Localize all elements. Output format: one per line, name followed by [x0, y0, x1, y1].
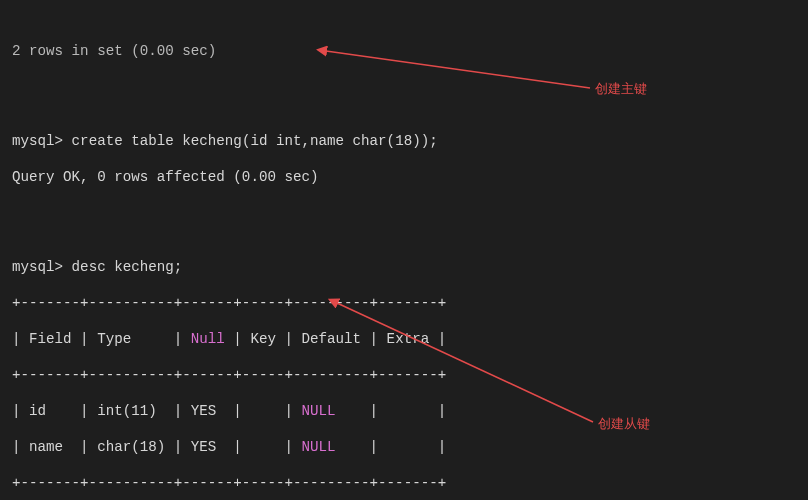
- result-create-kecheng: Query OK, 0 rows affected (0.00 sec): [12, 168, 798, 186]
- cmd-desc-kecheng: mysql> desc kecheng;: [12, 258, 798, 276]
- desc-kecheng-border: +-------+----------+------+-----+-------…: [12, 474, 798, 492]
- desc-kecheng-border: +-------+----------+------+-----+-------…: [12, 366, 798, 384]
- desc-kecheng-header: | Field | Type | Null | Key | Default | …: [12, 330, 798, 348]
- blank-line: [12, 78, 798, 96]
- desc-kecheng-row-id: | id | int(11) | YES | | NULL | |: [12, 402, 798, 420]
- terminal-output: 2 rows in set (0.00 sec) mysql> create t…: [0, 0, 808, 500]
- desc-kecheng-row-name: | name | char(18) | YES | | NULL | |: [12, 438, 798, 456]
- truncated-line: 2 rows in set (0.00 sec): [12, 42, 798, 60]
- blank-line: [12, 204, 798, 222]
- desc-kecheng-border: +-------+----------+------+-----+-------…: [12, 294, 798, 312]
- cmd-create-kecheng: mysql> create table kecheng(id int,name …: [12, 132, 798, 150]
